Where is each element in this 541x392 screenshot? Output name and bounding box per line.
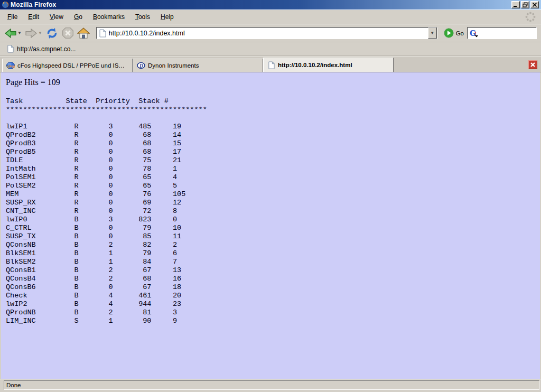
close-icon <box>530 62 536 68</box>
home-icon <box>77 27 90 39</box>
page-content: Page Hits = 109 Task State Priority Stac… <box>0 72 541 379</box>
go-button[interactable]: Go <box>442 28 466 38</box>
minimize-button[interactable] <box>511 1 520 8</box>
cfos-icon: cFos <box>6 61 15 70</box>
tab-bar: cFos cFos Highspeed DSL / PPPoE und ISDN… <box>0 56 541 72</box>
back-icon <box>4 28 17 39</box>
page-icon <box>6 45 14 53</box>
search-box[interactable]: G ! <box>467 27 537 39</box>
tab-cfos[interactable]: cFos cFos Highspeed DSL / PPPoE und ISDN… <box>2 59 133 72</box>
home-button[interactable] <box>76 26 91 40</box>
go-label: Go <box>456 30 464 36</box>
svg-text:cFos: cFos <box>7 64 15 68</box>
go-icon <box>444 28 454 38</box>
back-button[interactable]: ▼ <box>3 27 23 40</box>
status-text: Done <box>6 382 21 388</box>
page-icon <box>98 29 107 38</box>
task-table: Task State Priority Stack # ************… <box>6 97 540 325</box>
menu-item-go[interactable]: Go <box>69 11 88 23</box>
svg-text:D: D <box>139 63 143 69</box>
tab-dynon[interactable]: D Dynon Instruments <box>133 59 263 72</box>
url-dropdown-button[interactable]: ▼ <box>428 27 437 39</box>
throbber-icon <box>524 11 537 23</box>
menu-items: FileEditViewGoBookmarksToolsHelp <box>2 11 179 23</box>
bookmark-label: http://as.cmpnet.co... <box>17 45 76 53</box>
menu-item-view[interactable]: View <box>44 11 69 23</box>
page-hits: Page Hits = 109 <box>6 78 540 87</box>
menu-item-tools[interactable]: Tools <box>130 11 155 23</box>
close-window-button[interactable] <box>530 1 539 8</box>
stop-icon <box>62 27 74 39</box>
restore-button[interactable] <box>521 1 529 8</box>
close-tab-button[interactable] <box>528 60 537 69</box>
status-bar: Done <box>0 379 541 392</box>
reload-icon <box>45 27 59 40</box>
tab-label: Dynon Instruments <box>148 62 199 69</box>
menu-item-bookmarks[interactable]: Bookmarks <box>88 11 130 23</box>
back-dropdown-icon[interactable]: ▼ <box>17 31 22 35</box>
tab-label: cFos Highspeed DSL / PPPoE und ISDN CAP.… <box>17 62 128 69</box>
menu-item-file[interactable]: File <box>2 11 23 23</box>
tab-index-active[interactable]: http://10.0.10.2/index.html <box>263 58 394 72</box>
reload-button[interactable] <box>44 26 60 41</box>
page-icon <box>267 61 275 69</box>
status-panel: Done <box>4 380 539 390</box>
dynon-icon: D <box>137 61 145 70</box>
browser-window: Mozilla Firefox FileEditViewGoBookmarksT… <box>0 0 541 392</box>
url-bar[interactable]: ▼ <box>96 27 437 39</box>
tab-label: http://10.0.10.2/index.html <box>278 62 352 68</box>
forward-button[interactable]: ▼ <box>24 27 43 40</box>
stop-button[interactable] <box>61 26 75 40</box>
menu-item-help[interactable]: Help <box>155 11 179 23</box>
url-input[interactable] <box>107 28 428 38</box>
bookmarks-toolbar: http://as.cmpnet.co... <box>0 42 541 56</box>
forward-icon <box>25 28 38 39</box>
google-icon[interactable]: G ! <box>469 29 479 38</box>
menu-item-edit[interactable]: Edit <box>23 11 44 23</box>
window-title: Mozilla Firefox <box>11 1 56 8</box>
forward-dropdown-icon[interactable]: ▼ <box>38 31 42 35</box>
bookmark-item[interactable]: http://as.cmpnet.co... <box>4 44 78 54</box>
firefox-icon <box>2 1 9 8</box>
title-bar: Mozilla Firefox <box>0 0 541 10</box>
menu-bar: FileEditViewGoBookmarksToolsHelp <box>0 10 541 24</box>
navigation-toolbar: ▼ ▼ <box>0 24 541 42</box>
search-input[interactable] <box>479 29 535 38</box>
